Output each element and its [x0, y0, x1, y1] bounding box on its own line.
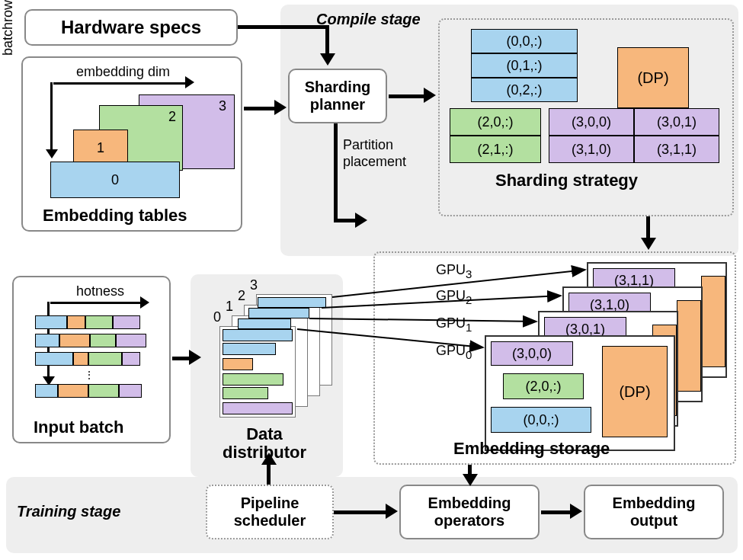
table-0-num: 0 [111, 172, 119, 188]
shard-purple-11: (3,1,1) [634, 136, 719, 163]
gpu0-label: GPU0 [436, 343, 472, 361]
batch-seg [88, 384, 119, 398]
embedding-output-box: Embedding output [584, 485, 724, 539]
shard-lbl: (3,0,1) [657, 114, 697, 130]
table-1: 1 [73, 130, 128, 166]
cell-lbl: (3,0,0) [512, 346, 552, 362]
dist-seg [223, 358, 253, 370]
axis-arrow [53, 82, 187, 85]
shard-blue-1: (0,1,:) [471, 53, 578, 78]
axis-arrow-head [185, 76, 194, 88]
dist-seg [238, 318, 291, 329]
partition-placement-label: Partition placement [343, 137, 406, 170]
arrow-head [386, 504, 398, 519]
cell-lbl: (DP) [619, 383, 650, 401]
arrow [325, 25, 329, 56]
dist-seg [223, 343, 276, 355]
gpu0-green: (2,0,:) [503, 373, 584, 399]
batch-seg [59, 334, 90, 347]
gpu2-dp [677, 300, 701, 392]
pipeline-scheduler-label: Pipeline scheduler [234, 494, 306, 530]
arrow [267, 463, 271, 485]
dist-seg [223, 387, 268, 399]
gpu3-label: GPU3 [436, 262, 472, 280]
dist-seg [223, 329, 293, 341]
shard-lbl: (0,1,:) [506, 58, 542, 74]
arrow [389, 94, 425, 98]
dist-seg [223, 373, 283, 386]
compile-stage-label: Compile stage [316, 11, 421, 28]
gpu2-label: GPU2 [436, 288, 472, 306]
shard-green-0: (2,0,:) [450, 108, 541, 136]
arrow [172, 357, 191, 360]
dist-seg [248, 308, 309, 318]
dist-seg [258, 297, 326, 308]
arrow-head [570, 504, 582, 519]
row-label: row [0, 0, 16, 22]
hardware-specs-box: Hardware specs [24, 9, 238, 46]
arrow [334, 123, 338, 222]
pipeline-scheduler-box: Pipeline scheduler [206, 485, 334, 539]
batch-seg [122, 352, 140, 366]
shard-dp: (DP) [617, 47, 689, 108]
shard-blue-0: (0,0,:) [471, 29, 578, 53]
shard-lbl: (3,0,0) [572, 114, 611, 130]
dist-idx-3: 3 [250, 277, 258, 293]
table-3-num: 3 [219, 98, 226, 114]
arrow [334, 510, 387, 514]
embedding-storage-title: Embedding storage [453, 439, 610, 459]
arrow [541, 510, 572, 514]
sharding-planner-box: Sharding planner [288, 69, 387, 123]
batch-seg [35, 352, 73, 366]
batch-seg [116, 334, 146, 347]
shard-lbl: (3,1,0) [572, 142, 611, 158]
shard-lbl: (3,1,1) [657, 142, 697, 158]
arrow [244, 107, 276, 110]
training-stage-label: Training stage [17, 503, 120, 520]
arrow-head [355, 213, 367, 228]
shard-purple-10: (3,1,0) [549, 136, 634, 163]
shard-lbl: (2,0,:) [477, 114, 513, 130]
axis-arrow [50, 302, 142, 304]
arrow [646, 216, 650, 239]
table-1-num: 1 [97, 140, 104, 156]
batch-seg [58, 384, 88, 398]
gpu0-blue: (0,0,:) [491, 407, 591, 433]
axis-arrow-head [46, 149, 58, 158]
batch-label: batch [0, 22, 16, 56]
batch-seg [85, 315, 113, 329]
batch-seg [113, 315, 140, 329]
arrow-head [641, 238, 656, 250]
dist-idx-0: 0 [213, 309, 221, 325]
sharding-strategy-title: Sharding strategy [495, 171, 638, 190]
batch-seg [88, 352, 122, 366]
gpu1-label: GPU1 [436, 315, 472, 334]
embedding-dim-label: embedding dim [76, 64, 170, 80]
shard-lbl: (2,1,:) [477, 142, 513, 158]
batch-seg [90, 334, 116, 347]
dist-idx-1: 1 [226, 299, 233, 315]
axis-arrow [50, 82, 53, 151]
table-0: 0 [50, 162, 180, 198]
batch-seg [35, 384, 58, 398]
cell-lbl: (2,0,:) [525, 379, 561, 395]
dist-seg [223, 402, 293, 414]
hotness-label: hotness [76, 283, 124, 299]
batch-seg [35, 334, 59, 347]
arrow [238, 25, 329, 29]
shard-purple-01: (3,0,1) [634, 108, 719, 136]
gpu0-dp: (DP) [602, 346, 668, 437]
shard-blue-2: (0,2,:) [471, 78, 578, 102]
shard-purple-00: (3,0,0) [549, 108, 634, 136]
axis-arrow-head [140, 296, 149, 309]
batch-ellipsis: ⋮ [84, 369, 94, 381]
arrow-head [463, 474, 478, 486]
gpu0-purple: (3,0,0) [491, 341, 573, 366]
batch-seg [67, 315, 85, 329]
arrow [334, 219, 357, 222]
arrow-head [189, 350, 201, 365]
shard-lbl: (0,2,:) [506, 82, 542, 98]
arrow-head [261, 453, 277, 465]
batch-seg [35, 315, 67, 329]
batch-seg [119, 384, 142, 398]
